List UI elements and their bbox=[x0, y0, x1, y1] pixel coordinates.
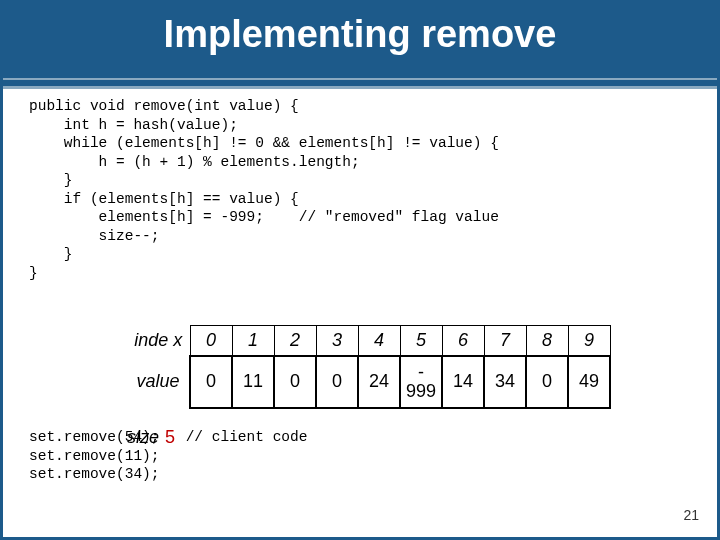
value-cell: 49 bbox=[568, 356, 610, 408]
value-cell: 14 bbox=[442, 356, 484, 408]
index-cell: 8 bbox=[526, 326, 568, 357]
value-row-label: value bbox=[127, 356, 190, 408]
page-number: 21 bbox=[683, 507, 699, 523]
slide-title: Implementing remove bbox=[164, 13, 557, 55]
value-cell: 11 bbox=[232, 356, 274, 408]
value-cell: - 999 bbox=[400, 356, 442, 408]
index-cell: 9 bbox=[568, 326, 610, 357]
size-overlay: size5 bbox=[127, 427, 175, 448]
index-cell: 4 bbox=[358, 326, 400, 357]
title-bar: Implementing remove bbox=[3, 3, 717, 89]
hash-table: inde x 0 1 2 3 4 5 6 7 8 9 value 0 11 bbox=[127, 325, 611, 409]
array-table: inde x 0 1 2 3 4 5 6 7 8 9 value 0 11 bbox=[127, 325, 611, 409]
value-cell: 24 bbox=[358, 356, 400, 408]
index-cell: 7 bbox=[484, 326, 526, 357]
value-cell: 0 bbox=[190, 356, 232, 408]
value-cell: 0 bbox=[526, 356, 568, 408]
index-cell: 2 bbox=[274, 326, 316, 357]
title-underline bbox=[3, 78, 717, 80]
size-label: size bbox=[127, 427, 159, 447]
index-cell: 6 bbox=[442, 326, 484, 357]
value-cell: 0 bbox=[316, 356, 358, 408]
index-cell: 3 bbox=[316, 326, 358, 357]
index-cell: 1 bbox=[232, 326, 274, 357]
value-cell: 34 bbox=[484, 356, 526, 408]
value-cell: 0 bbox=[274, 356, 316, 408]
code-block: public void remove(int value) { int h = … bbox=[29, 97, 717, 282]
slide: Implementing remove public void remove(i… bbox=[0, 0, 720, 540]
index-cell: 0 bbox=[190, 326, 232, 357]
index-row-label: inde x bbox=[127, 326, 190, 357]
index-cell: 5 bbox=[400, 326, 442, 357]
size-value: 5 bbox=[165, 427, 175, 447]
